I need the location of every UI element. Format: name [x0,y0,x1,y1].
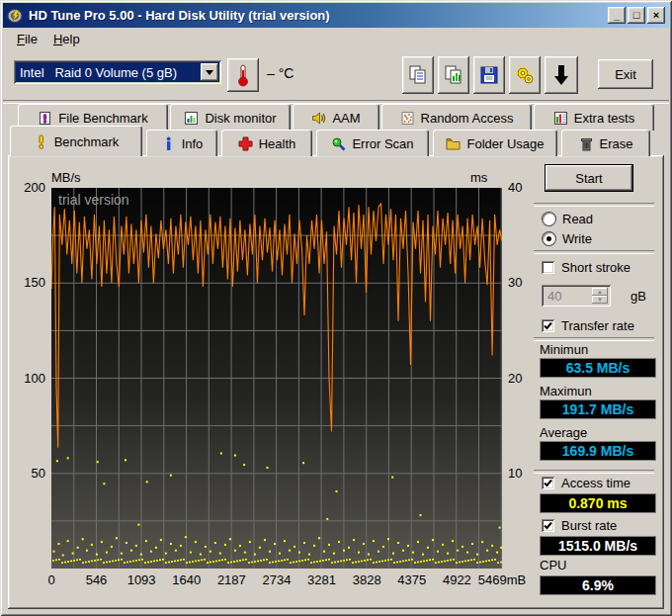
read-radio[interactable]: Read [543,212,593,226]
extra-tests-icon [553,111,568,126]
left-axis-tick: 150 [16,275,45,290]
x-axis-tick: 1640 [172,572,201,587]
save-button[interactable] [473,56,505,94]
minimize-button[interactable]: _ [608,7,626,24]
x-axis-tick: 3828 [353,572,381,587]
tab-random-access[interactable]: Random Access [381,104,532,131]
benchmark-icon [34,134,48,149]
menu-file[interactable]: File [9,30,45,48]
tab-label: Benchmark [54,134,120,149]
tab-label: File Benchmark [58,111,147,126]
start-button[interactable]: Start [545,164,633,192]
checkbox-box [542,519,554,532]
access-time-checkbox[interactable]: Access time [542,476,630,490]
tab-label: Info [182,136,204,151]
window-title: HD Tune Pro 5.00 - Hard Disk Utility (tr… [29,8,330,23]
left-axis-tick: 50 [16,466,45,481]
maximum-label: Maximun [540,384,592,398]
right-axis-tick: 40 [508,180,522,195]
tab-benchmark[interactable]: Benchmark [10,126,142,156]
tab-label: Disk monitor [205,111,276,126]
tab-extra-tests[interactable]: Extra tests [534,104,654,131]
plot-svg: trial version [51,188,502,569]
checkbox-box [542,477,554,489]
burst-rate-value: 1515.0 MB/s [540,536,656,556]
panel-separator-2 [534,250,654,254]
short-stroke-size-spinner[interactable]: 40 ▲ ▼ [542,285,611,307]
copy-icon [408,64,428,86]
radio-circle [543,213,555,225]
radio-circle [543,232,555,245]
options-button[interactable] [509,56,541,94]
tab-health[interactable]: Health [221,130,312,156]
title-bar: HD Tune Pro 5.00 - Hard Disk Utility (tr… [3,3,669,28]
minimum-value: 63.5 MB/s [540,358,656,378]
transfer-rate-label: Transfer rate [561,318,634,333]
folder-usage-icon [446,136,461,151]
tab-erase[interactable]: Erase [561,130,650,156]
write-radio[interactable]: Write [543,231,592,246]
tab-aam[interactable]: AAM [293,104,379,131]
disk-monitor-icon [184,111,199,126]
chevron-down-icon [206,70,213,75]
left-axis-tick: 200 [16,180,45,195]
x-axis-tick: 2187 [217,572,246,587]
read-radio-label: Read [562,212,593,226]
left-axis-tick: 100 [16,371,45,386]
app-window: HD Tune Pro 5.00 - Hard Disk Utility (tr… [0,0,672,616]
exit-button-label: Exit [615,67,636,82]
left-axis-title: MB/s [51,170,81,185]
tab-label: Extra tests [574,111,634,126]
spinner-unit-label: gB [630,289,646,304]
burst-rate-checkbox[interactable]: Burst rate [542,518,617,533]
short-stroke-label: Short stroke [561,260,630,275]
down-arrow-icon [552,63,570,87]
access-time-value: 0.870 ms [540,493,656,513]
gear-icon [514,64,536,86]
tab-label: Health [259,136,296,151]
maximize-button[interactable]: □ [628,7,645,24]
right-axis-title: ms [470,170,487,185]
maximum-value: 191.7 MB/s [540,399,656,419]
aam-icon [311,111,326,126]
menu-help[interactable]: Help [45,30,88,48]
spinner-value: 40 [545,288,592,304]
copy-button[interactable] [402,56,434,94]
write-radio-label: Write [562,231,592,246]
close-button[interactable]: × [647,7,665,24]
random-access-icon [400,111,415,126]
exit-button[interactable]: Exit [598,59,653,89]
tab-error-scan[interactable]: Error Scan [316,130,429,156]
panel-separator-1 [534,203,654,207]
info-icon [161,136,176,151]
temperature-button[interactable] [227,58,259,92]
drive-select-dropdown-button[interactable] [201,63,218,81]
average-value: 169.9 MB/s [540,441,656,461]
transfer-rate-checkbox[interactable]: Transfer rate [542,318,634,333]
copy-image-button[interactable] [438,56,469,94]
x-axis-tick: 0 [47,572,54,587]
tab-info[interactable]: Info [146,130,217,156]
health-icon [238,136,253,151]
spinner-up-icon[interactable]: ▲ [592,288,608,296]
tab-disk-monitor[interactable]: Disk monitor [170,104,291,131]
x-axis-tick: 1093 [127,572,156,587]
tab-label: AAM [332,111,360,126]
x-axis-tick: 2734 [262,572,291,587]
export-button[interactable] [545,56,578,94]
tab-label: Erase [600,136,633,151]
start-button-label: Start [575,171,602,186]
x-axis-tick: 5469mB [478,572,526,587]
right-axis-tick: 10 [508,466,522,481]
tab-folder-usage[interactable]: Folder Usage [433,130,557,156]
x-axis-tick: 4922 [443,572,471,587]
tab-label: Error Scan [352,136,413,151]
tab-label: Random Access [421,111,514,126]
spinner-down-icon[interactable]: ▼ [592,296,608,304]
drive-select[interactable]: Intel Raid 0 Volume (5 gB) [14,60,221,84]
thermometer-icon [236,63,250,87]
x-axis-tick: 4375 [397,572,426,587]
short-stroke-checkbox[interactable]: Short stroke [542,260,630,275]
checkbox-box [542,261,554,274]
erase-icon [579,136,594,151]
